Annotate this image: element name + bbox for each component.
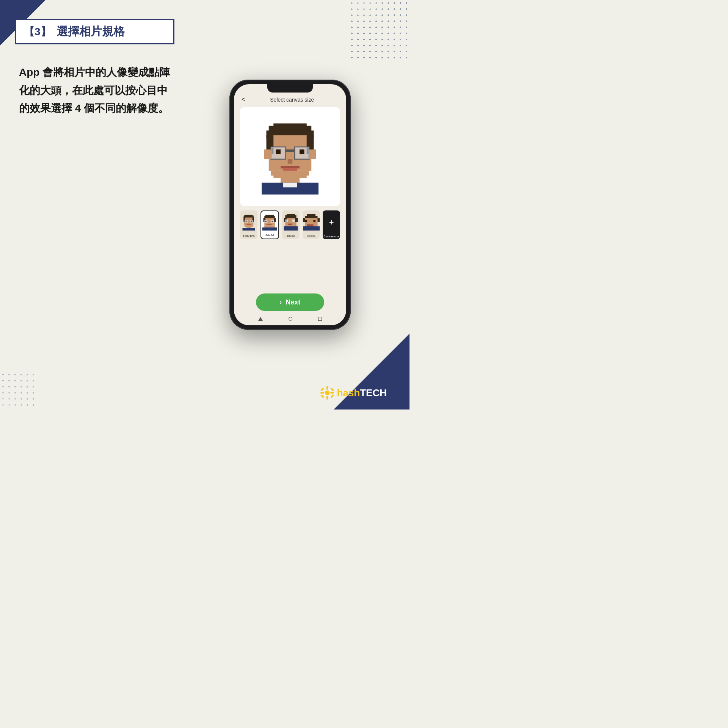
svg-rect-58	[285, 220, 288, 222]
svg-rect-50	[265, 225, 275, 228]
svg-rect-69	[313, 220, 315, 223]
preview-128	[240, 211, 257, 234]
step-header: 【3】 選擇相片規格	[15, 19, 174, 44]
recents-indicator	[318, 317, 322, 321]
svg-rect-66	[303, 218, 305, 222]
size-option-32[interactable]: 32x32	[303, 210, 320, 239]
step-title: 選擇相片規格	[56, 24, 125, 39]
logo-hash: hash	[337, 387, 360, 399]
main-content: 【3】 選擇相片規格 App 會將相片中的人像變成點陣化的大頭，在此處可以按心目…	[15, 15, 394, 394]
svg-rect-63	[307, 214, 315, 216]
svg-rect-4	[271, 135, 309, 143]
svg-rect-24	[283, 183, 297, 188]
svg-rect-17	[271, 171, 309, 176]
svg-rect-68	[305, 220, 307, 223]
svg-rect-34	[246, 221, 247, 222]
svg-rect-74	[326, 396, 328, 400]
svg-rect-20	[309, 149, 316, 159]
svg-rect-76	[330, 392, 334, 394]
svg-rect-35	[251, 221, 252, 222]
svg-rect-39	[242, 228, 255, 231]
logo-tech: TECH	[360, 387, 387, 399]
main-preview-image	[240, 107, 340, 206]
phone-screen: < Select canvas size	[234, 84, 346, 325]
svg-rect-49	[267, 224, 272, 225]
svg-rect-12	[276, 149, 281, 154]
size-label-48: 48x48	[287, 234, 295, 239]
phone-notch	[267, 84, 313, 93]
svg-rect-79	[320, 394, 324, 398]
size-option-48[interactable]: 48x48	[282, 210, 300, 239]
svg-rect-37	[245, 225, 253, 227]
size-option-128[interactable]: 128x128	[240, 210, 257, 239]
svg-rect-36	[246, 224, 251, 226]
svg-rect-13	[300, 149, 304, 154]
svg-rect-47	[265, 221, 267, 222]
svg-rect-48	[272, 221, 273, 222]
size-option-custom[interactable]: + Custom size	[323, 210, 340, 239]
svg-rect-15	[281, 166, 300, 168]
svg-rect-67	[317, 218, 320, 222]
back-button[interactable]: <	[242, 96, 246, 104]
phone-bottom-bar	[234, 315, 346, 325]
next-button[interactable]: › Next	[256, 293, 324, 311]
svg-rect-71	[303, 226, 320, 231]
svg-rect-60	[288, 224, 292, 225]
svg-rect-80	[330, 394, 334, 398]
size-label-128: 128x128	[243, 234, 254, 239]
size-option-64[interactable]: 64x64	[260, 210, 279, 239]
size-label-custom: Custom size	[324, 234, 339, 239]
pixel-face-large	[252, 115, 328, 198]
preview-64	[261, 211, 279, 233]
svg-rect-59	[292, 220, 295, 222]
description-text: App 會將相片中的人像變成點陣化的大頭，在此處可以按心目中的效果選擇 4 個不…	[15, 63, 174, 118]
logo-text: hashTECH	[337, 387, 387, 399]
hashteck-logo: hashTECH	[320, 385, 387, 400]
svg-rect-16	[283, 168, 297, 171]
screen-title: Select canvas size	[246, 97, 339, 103]
svg-rect-77	[320, 388, 324, 391]
svg-rect-14	[288, 159, 293, 164]
svg-rect-19	[264, 149, 271, 159]
svg-rect-44	[274, 218, 276, 222]
spacer	[234, 244, 346, 287]
svg-rect-29	[245, 218, 253, 219]
plus-icon: +	[329, 218, 334, 228]
svg-rect-78	[330, 388, 334, 391]
logo-icon	[320, 385, 335, 400]
svg-point-72	[325, 391, 329, 395]
svg-rect-18	[273, 176, 307, 178]
next-button-label: Next	[286, 298, 300, 306]
size-label-64: 64x64	[265, 233, 274, 238]
svg-rect-70	[307, 224, 314, 227]
left-panel: 【3】 選擇相片規格 App 會將相片中的人像變成點陣化的大頭，在此處可以按心目…	[15, 15, 174, 394]
home-indicator	[289, 317, 292, 321]
custom-plus-icon: +	[323, 212, 340, 234]
preview-48	[282, 211, 300, 234]
svg-rect-62	[284, 226, 298, 231]
svg-rect-11	[286, 149, 295, 152]
step-number: 【3】	[24, 25, 51, 39]
chevron-right-icon: ›	[280, 299, 282, 306]
back-indicator	[258, 317, 263, 321]
size-label-32: 32x32	[307, 234, 315, 239]
svg-rect-52	[262, 227, 277, 230]
phone-mockup: < Select canvas size	[229, 80, 351, 330]
right-panel: < Select canvas size	[186, 15, 394, 394]
preview-32	[303, 211, 320, 234]
svg-rect-57	[295, 218, 298, 222]
size-options-row: 128x128	[234, 206, 346, 244]
svg-rect-75	[320, 392, 324, 394]
svg-rect-73	[326, 386, 328, 390]
